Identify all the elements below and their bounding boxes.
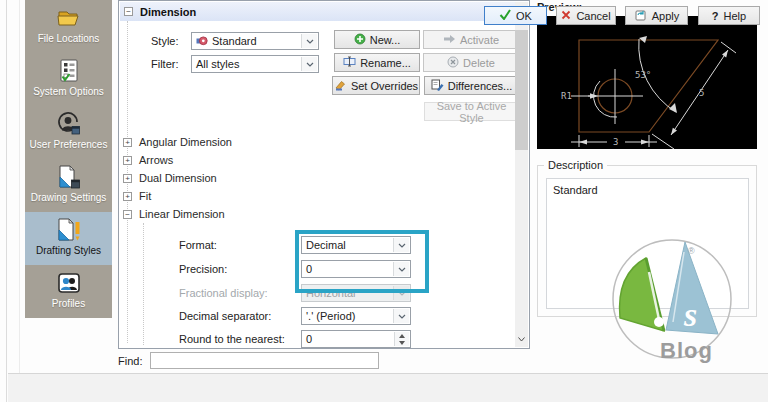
sidebar-item-profiles[interactable]: Profiles [25, 265, 112, 318]
filter-label: Filter: [151, 55, 179, 73]
round-to-nearest-spinner[interactable]: 0 [301, 330, 411, 348]
drawing-page-icon [56, 164, 82, 190]
footer-bar [8, 374, 768, 402]
collapse-icon[interactable]: − [123, 210, 132, 219]
find-label: Find: [118, 355, 142, 367]
apply-button[interactable]: Apply [625, 6, 688, 25]
chevron-down-icon [301, 34, 317, 48]
tree-item-angular-dimension[interactable]: + Angular Dimension [123, 134, 232, 150]
sidebar-item-label: System Options [33, 86, 104, 97]
cancel-button[interactable]: Cancel [556, 6, 616, 25]
fractional-display-select[interactable]: Horizontal [301, 284, 411, 302]
preview-canvas: R1 53° 5 3 [537, 16, 757, 149]
svg-text:3: 3 [613, 137, 618, 147]
sidebar-item-system-options[interactable]: System Options [25, 53, 112, 106]
description-group: Description Standard [537, 165, 757, 317]
tree-item-arrows[interactable]: + Arrows [123, 152, 173, 168]
help-button[interactable]: ? Help [698, 6, 760, 25]
style-select[interactable]: Standard [191, 32, 319, 50]
spinner-down-icon[interactable] [395, 339, 409, 346]
options-dialog: File Locations System Options [0, 0, 768, 402]
dimension-style-icon [196, 35, 208, 47]
description-text: Standard [546, 178, 749, 309]
sidebar-item-drawing-settings[interactable]: Drawing Settings [25, 159, 112, 212]
filter-select-value: All styles [196, 58, 239, 70]
activate-button[interactable]: Activate [423, 30, 519, 49]
svg-text:Blog: Blog [660, 338, 713, 363]
rename-button[interactable]: Rename... [334, 53, 420, 72]
decimal-separator-value: '.' (Period) [306, 310, 355, 322]
sidebar-item-user-preferences[interactable]: User Preferences [25, 106, 112, 159]
set-overrides-button[interactable]: Set Overrides [332, 76, 420, 95]
new-icon [354, 33, 366, 47]
new-button[interactable]: New... [334, 30, 420, 49]
svg-text:5: 5 [699, 88, 704, 98]
chevron-down-icon [393, 238, 409, 252]
settings-tree-panel: − Dimension Style: Standard Filter: All … [118, 0, 530, 349]
format-select[interactable]: Decimal [301, 236, 411, 254]
expand-icon[interactable]: + [123, 192, 132, 201]
drafting-page-icon [56, 217, 82, 243]
sidebar-item-drafting-styles[interactable]: Drafting Styles [25, 212, 112, 265]
filter-select[interactable]: All styles [191, 55, 319, 73]
expand-icon[interactable]: + [123, 156, 132, 165]
sidebar-item-label: Drafting Styles [36, 245, 101, 256]
inner-edge-line [19, 0, 20, 374]
chevron-down-icon [393, 262, 409, 276]
expand-icon[interactable]: + [123, 174, 132, 183]
tree-item-fit[interactable]: + Fit [123, 188, 151, 204]
scrollbar-thumb[interactable] [515, 30, 528, 150]
description-title: Description [544, 159, 607, 171]
save-to-active-style-button[interactable]: Save to Active Style [424, 102, 519, 121]
chevron-down-icon [393, 286, 409, 300]
precision-select-value: 0 [306, 263, 312, 275]
sidebar-item-label: Drawing Settings [31, 192, 107, 203]
round-to-nearest-label: Round to the nearest: [179, 330, 285, 348]
x-icon [561, 10, 571, 22]
delete-icon [447, 56, 459, 70]
dimension-preview-drawing: R1 53° 5 3 [537, 16, 757, 149]
tree-node-dimension[interactable]: − Dimension [120, 2, 517, 21]
check-icon [499, 9, 511, 22]
round-to-nearest-value: 0 [306, 333, 312, 345]
rename-icon [343, 56, 356, 69]
sidebar-item-label: User Preferences [30, 139, 108, 150]
profiles-icon [56, 270, 82, 296]
differences-button[interactable]: Differences... [424, 76, 519, 95]
fractional-display-value: Horizontal [306, 287, 356, 299]
scroll-down-icon[interactable] [515, 332, 528, 347]
precision-select[interactable]: 0 [301, 260, 411, 278]
tree-node-label: Dimension [140, 6, 196, 18]
overrides-icon [334, 79, 347, 93]
question-icon: ? [712, 10, 719, 22]
collapse-icon[interactable]: − [124, 7, 133, 16]
expand-icon[interactable]: + [123, 138, 132, 147]
find-input[interactable] [150, 352, 379, 369]
checklist-icon [56, 58, 82, 84]
chevron-down-icon [301, 57, 317, 71]
precision-label: Precision: [179, 260, 227, 278]
folder-icon [56, 5, 82, 31]
ok-button[interactable]: OK [484, 6, 547, 25]
sidebar: File Locations System Options [25, 0, 112, 318]
spinner-up-icon[interactable] [395, 332, 409, 339]
tree-item-dual-dimension[interactable]: + Dual Dimension [123, 170, 217, 186]
svg-text:R1: R1 [561, 91, 572, 101]
user-icon [56, 111, 82, 137]
sidebar-item-file-locations[interactable]: File Locations [25, 0, 112, 53]
decimal-separator-label: Decimal separator: [179, 307, 271, 325]
decimal-separator-select[interactable]: '.' (Period) [301, 307, 411, 325]
scrollbar[interactable] [515, 2, 528, 347]
window-edge-line [6, 0, 7, 402]
activate-icon [443, 34, 456, 46]
tree-item-linear-dimension[interactable]: − Linear Dimension [123, 206, 225, 222]
format-select-value: Decimal [306, 239, 346, 251]
chevron-down-icon [393, 309, 409, 323]
sidebar-item-label: Profiles [52, 298, 85, 309]
sidebar-item-label: File Locations [38, 33, 100, 44]
fractional-display-label: Fractional display: [179, 284, 268, 302]
differences-icon [431, 79, 444, 93]
style-select-value: Standard [212, 35, 257, 47]
delete-button[interactable]: Delete [423, 53, 519, 72]
format-label: Format: [179, 236, 217, 254]
